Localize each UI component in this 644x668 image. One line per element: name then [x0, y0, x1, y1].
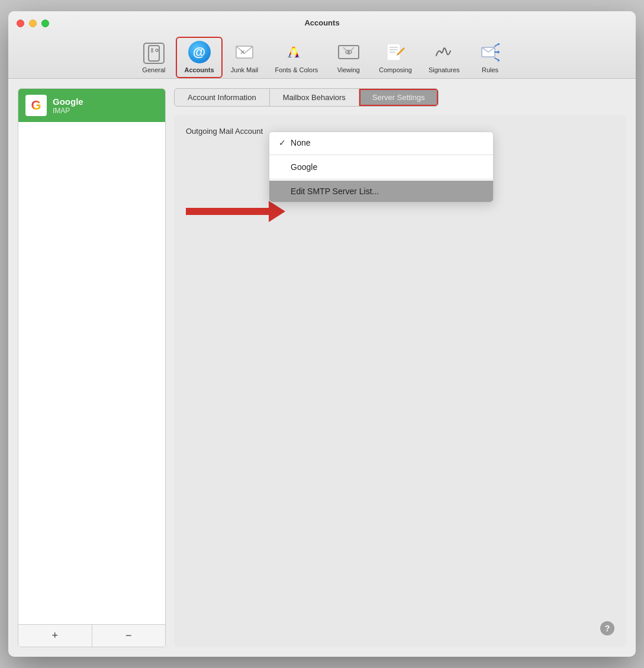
arrow-head [269, 201, 285, 222]
accounts-label: Accounts [184, 66, 214, 73]
tab-server-settings[interactable]: Server Settings [359, 89, 438, 106]
composing-label: Composing [379, 66, 412, 73]
svg-text:✕: ✕ [240, 49, 245, 56]
signatures-icon [432, 40, 456, 64]
junk-mail-icon: ✕ [233, 40, 256, 64]
main-content: G Google IMAP + − Account Information Ma… [8, 79, 636, 657]
svg-text:A: A [288, 43, 300, 61]
viewing-label: Viewing [337, 66, 360, 73]
account-info: Google IMAP [53, 97, 83, 115]
outgoing-mail-label: Outgoing Mail Account [186, 127, 263, 136]
svg-point-10 [347, 51, 350, 53]
window-title: Accounts [304, 18, 339, 27]
main-window: Accounts General @ Accounts [8, 11, 636, 657]
toolbar-item-composing[interactable]: Composing [371, 37, 420, 78]
title-bar: Accounts General @ Accounts [8, 11, 636, 79]
arrow-shaft [186, 208, 269, 215]
detail-panel: Account Information Mailbox Behaviors Se… [174, 88, 626, 647]
minimize-button[interactable] [29, 20, 37, 27]
dropdown-divider [269, 155, 493, 155]
dropdown-item-google[interactable]: Google [269, 156, 493, 178]
toolbar-item-rules[interactable]: Rules [468, 37, 513, 78]
composing-icon [384, 40, 407, 64]
rules-icon [478, 40, 502, 64]
toolbar-item-junk-mail[interactable]: ✕ Junk Mail [223, 37, 267, 78]
sidebar-empty-area [18, 122, 165, 624]
junk-mail-label: Junk Mail [231, 66, 258, 73]
toolbar-item-fonts-colors[interactable]: A Fonts & Colors [267, 37, 327, 78]
general-icon [143, 43, 165, 64]
traffic-lights [17, 20, 49, 27]
account-type: IMAP [53, 107, 83, 115]
outgoing-mail-row: Outgoing Mail Account ✓ None Google [186, 127, 614, 136]
toolbar-item-accounts[interactable]: @ Accounts [176, 37, 222, 78]
add-account-button[interactable]: + [18, 625, 92, 647]
tab-account-information[interactable]: Account Information [175, 89, 270, 106]
dropdown-menu[interactable]: ✓ None Google Edit SMTP Se [269, 131, 494, 203]
account-name: Google [53, 97, 83, 107]
svg-line-11 [343, 47, 347, 51]
toolbar-item-general[interactable]: General [131, 39, 176, 78]
toolbar: General @ Accounts ✕ [131, 33, 512, 78]
dropdown-item-none[interactable]: ✓ None [269, 132, 493, 153]
sidebar-footer: + − [18, 624, 165, 647]
help-button[interactable]: ? [600, 621, 614, 635]
fonts-colors-icon: A [285, 40, 308, 64]
arrow-annotation [186, 201, 285, 222]
toolbar-item-viewing[interactable]: Viewing [326, 37, 371, 78]
google-g-letter: G [31, 98, 41, 113]
tabs: Account Information Mailbox Behaviors Se… [174, 88, 439, 107]
checkmark-icon: ✓ [279, 138, 291, 147]
toolbar-item-signatures[interactable]: Signatures [420, 37, 468, 78]
general-label: General [142, 66, 165, 73]
dropdown-none-label: None [291, 138, 310, 147]
rules-label: Rules [482, 66, 498, 73]
red-arrow [186, 201, 285, 222]
svg-rect-1 [151, 48, 153, 53]
remove-account-button[interactable]: − [92, 625, 166, 647]
maximize-button[interactable] [41, 20, 49, 27]
dropdown-google-label: Google [291, 162, 317, 172]
signatures-label: Signatures [429, 66, 460, 73]
svg-line-12 [350, 47, 354, 51]
sidebar: G Google IMAP + − [18, 88, 166, 647]
dropdown-edit-smtp-label: Edit SMTP Server List... [291, 187, 379, 196]
dropdown-item-edit-smtp[interactable]: Edit SMTP Server List... [269, 181, 493, 202]
google-icon: G [25, 95, 47, 116]
close-button[interactable] [17, 20, 24, 27]
viewing-icon [337, 40, 360, 64]
content-area: Outgoing Mail Account ✓ None Google [174, 115, 626, 647]
dropdown-divider-2 [269, 179, 493, 179]
svg-rect-0 [149, 46, 159, 61]
fonts-colors-label: Fonts & Colors [275, 66, 318, 73]
tab-mailbox-behaviors[interactable]: Mailbox Behaviors [270, 89, 359, 106]
account-item-google[interactable]: G Google IMAP [18, 89, 165, 122]
svg-point-2 [156, 49, 158, 52]
accounts-icon: @ [188, 40, 211, 64]
